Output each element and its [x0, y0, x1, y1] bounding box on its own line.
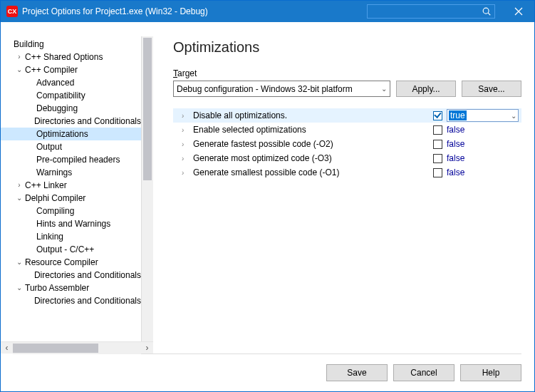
- option-checkbox[interactable]: [433, 111, 442, 120]
- chevron-right-icon[interactable]: ›: [15, 51, 24, 63]
- tree-item-label: Directories and Conditionals: [33, 294, 141, 307]
- cancel-button[interactable]: Cancel: [393, 364, 455, 381]
- chevron-down-icon[interactable]: ⌄: [15, 282, 24, 294]
- tree-item[interactable]: Output: [1, 140, 141, 153]
- option-row[interactable]: ›Disable all optimizations.true⌄: [173, 108, 521, 123]
- tree-vertical-scrollbar[interactable]: [141, 36, 153, 341]
- target-select-value: Debug configuration - Windows 32-bit pla…: [177, 84, 353, 94]
- chevron-right-icon[interactable]: ›: [182, 155, 184, 163]
- tree-item-label: Debugging: [35, 102, 78, 115]
- close-button[interactable]: [502, 1, 534, 22]
- tree-item[interactable]: Pre-compiled headers: [1, 153, 141, 166]
- option-row[interactable]: ›Generate most optimized code (-O3)false: [173, 151, 521, 165]
- tree-horizontal-scrollbar[interactable]: ‹ ›: [1, 341, 153, 354]
- tree-item[interactable]: Linking: [1, 230, 141, 243]
- tree-item[interactable]: Warnings: [1, 166, 141, 179]
- tree-item-label: Pre-compiled headers: [35, 153, 120, 166]
- tree-item-label: Directories and Conditionals: [33, 115, 141, 128]
- dialog-footer: Save Cancel Help: [1, 354, 534, 391]
- option-label: Generate smallest possible code (-O1): [193, 167, 339, 177]
- tree-item-label: Output: [35, 140, 62, 153]
- category-tree-panel: Building›C++ Shared Options⌄C++ Compiler…: [1, 36, 153, 354]
- tree-item-label: Advanced: [35, 76, 74, 89]
- tree-item-label: Hints and Warnings: [35, 217, 110, 230]
- option-label: Generate fastest possible code (-O2): [193, 139, 333, 149]
- option-value: false: [447, 167, 464, 177]
- chevron-down-icon[interactable]: ⌄: [15, 256, 24, 269]
- option-value-dropdown[interactable]: true⌄: [447, 109, 519, 122]
- target-select[interactable]: Debug configuration - Windows 32-bit pla…: [173, 81, 390, 97]
- apply-button[interactable]: Apply...: [396, 81, 456, 97]
- titlebar-search-input[interactable]: [367, 4, 495, 19]
- tree-item[interactable]: Building: [1, 38, 141, 51]
- option-value: false: [447, 139, 464, 149]
- tree-item[interactable]: ⌄Resource Compiler: [1, 256, 141, 269]
- option-value: true: [449, 110, 467, 120]
- chevron-down-icon[interactable]: ⌄: [15, 63, 24, 76]
- tree-item[interactable]: ›C++ Shared Options: [1, 51, 141, 63]
- tree-item-label: Warnings: [35, 166, 72, 179]
- scroll-left-icon[interactable]: ‹: [1, 342, 13, 354]
- option-checkbox[interactable]: [433, 125, 442, 135]
- project-options-dialog: CX Project Options for Project1.exe (Win…: [0, 0, 535, 392]
- tree-item-label: Directories and Conditionals: [33, 269, 141, 282]
- tree-item-label: Delphi Compiler: [24, 192, 85, 205]
- chevron-right-icon[interactable]: ›: [182, 126, 184, 134]
- category-tree[interactable]: Building›C++ Shared Options⌄C++ Compiler…: [1, 36, 141, 341]
- chevron-right-icon[interactable]: ›: [15, 179, 24, 192]
- tree-item[interactable]: Compatibility: [1, 89, 141, 102]
- tree-item[interactable]: Hints and Warnings: [1, 217, 141, 230]
- tree-item-label: C++ Compiler: [24, 63, 78, 76]
- svg-line-1: [488, 13, 490, 15]
- svg-point-0: [483, 8, 489, 14]
- target-label: Target: [173, 68, 521, 78]
- option-checkbox[interactable]: [433, 140, 442, 149]
- option-checkbox[interactable]: [433, 168, 442, 177]
- tree-item-label: Compatibility: [35, 89, 85, 102]
- tree-item[interactable]: ›C++ Linker: [1, 179, 141, 192]
- tree-item[interactable]: Compiling: [1, 205, 141, 217]
- close-icon: [514, 7, 523, 16]
- app-icon: CX: [6, 6, 18, 17]
- option-checkbox[interactable]: [433, 154, 442, 163]
- tree-item-label: Linking: [35, 230, 63, 243]
- search-icon: [482, 6, 492, 16]
- settings-panel: Optimizations Target Debug configuration…: [153, 36, 534, 354]
- option-label: Generate most optimized code (-O3): [193, 153, 332, 163]
- chevron-down-icon: ⌄: [511, 112, 516, 120]
- help-button[interactable]: Help: [460, 364, 521, 381]
- titlebar: CX Project Options for Project1.exe (Win…: [1, 1, 534, 22]
- page-title: Optimizations: [173, 39, 521, 56]
- tree-item[interactable]: ⌄Turbo Assembler: [1, 282, 141, 294]
- option-row[interactable]: ›Generate fastest possible code (-O2)fal…: [173, 137, 521, 151]
- option-row[interactable]: ›Enable selected optimizationsfalse: [173, 123, 521, 137]
- tree-item[interactable]: Optimizations: [1, 128, 141, 140]
- tree-item[interactable]: Debugging: [1, 102, 141, 115]
- tree-item[interactable]: Directories and Conditionals: [1, 269, 141, 282]
- tree-item-label: C++ Linker: [24, 179, 67, 192]
- scroll-right-icon[interactable]: ›: [141, 342, 153, 354]
- tree-item[interactable]: ⌄C++ Compiler: [1, 63, 141, 76]
- chevron-down-icon[interactable]: ⌄: [15, 192, 24, 205]
- tree-item[interactable]: Output - C/C++: [1, 243, 141, 256]
- option-label: Disable all optimizations.: [193, 110, 287, 120]
- tree-item[interactable]: ⌄Delphi Compiler: [1, 192, 141, 205]
- tree-item[interactable]: Advanced: [1, 76, 141, 89]
- tree-item-label: Optimizations: [35, 128, 88, 140]
- option-row[interactable]: ›Generate smallest possible code (-O1)fa…: [173, 165, 521, 180]
- tree-item-label: Building: [12, 38, 44, 51]
- save-target-button[interactable]: Save...: [462, 81, 521, 97]
- chevron-right-icon[interactable]: ›: [182, 169, 184, 177]
- tree-item[interactable]: Directories and Conditionals: [1, 294, 141, 307]
- tree-item-label: Compiling: [35, 205, 74, 217]
- chevron-right-icon[interactable]: ›: [182, 140, 184, 148]
- tree-item-label: Turbo Assembler: [24, 282, 89, 294]
- chevron-right-icon[interactable]: ›: [182, 112, 184, 120]
- option-value: false: [447, 125, 464, 135]
- tree-item-label: Resource Compiler: [24, 256, 98, 269]
- chevron-down-icon: ⌄: [381, 85, 387, 93]
- option-value: false: [447, 153, 464, 163]
- save-button[interactable]: Save: [326, 364, 388, 381]
- options-grid: ›Disable all optimizations.true⌄›Enable …: [173, 108, 521, 180]
- tree-item[interactable]: Directories and Conditionals: [1, 115, 141, 128]
